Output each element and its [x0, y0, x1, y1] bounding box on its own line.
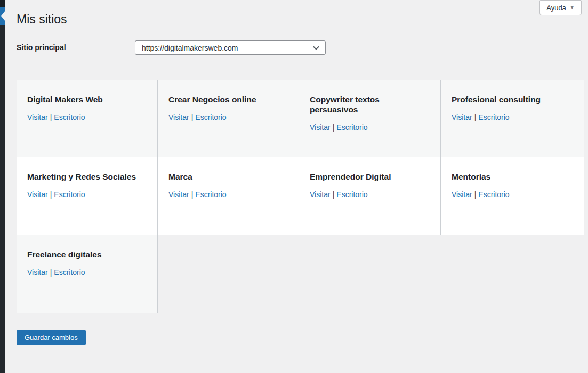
dashboard-link[interactable]: Escritorio	[195, 190, 226, 199]
site-card: Mentorías Visitar|Escritorio	[441, 157, 584, 235]
site-name: Marketing y Redes Sociales	[27, 172, 147, 182]
admin-bar-stub	[0, 0, 5, 7]
visit-link[interactable]: Visitar	[310, 190, 331, 199]
site-name: Digital Makers Web	[27, 94, 147, 104]
site-card: Marketing y Redes Sociales Visitar|Escri…	[17, 157, 158, 235]
empty-cell	[441, 235, 584, 313]
link-separator: |	[191, 190, 194, 199]
current-menu-item-highlight[interactable]	[0, 7, 5, 25]
link-separator: |	[50, 190, 52, 199]
dashboard-link[interactable]: Escritorio	[478, 113, 509, 121]
visit-link[interactable]: Visitar	[310, 123, 331, 132]
dashboard-link[interactable]: Escritorio	[54, 268, 85, 277]
visit-link[interactable]: Visitar	[27, 268, 48, 277]
site-name: Profesional consulting	[452, 94, 573, 104]
dashboard-link[interactable]: Escritorio	[195, 113, 226, 121]
visit-link[interactable]: Visitar	[168, 190, 189, 199]
visit-link[interactable]: Visitar	[452, 190, 472, 199]
help-button-label: Ayuda	[546, 4, 566, 12]
link-separator: |	[191, 113, 194, 121]
link-separator: |	[50, 268, 52, 277]
empty-cell	[299, 235, 441, 313]
site-card: Freelance digitales Visitar|Escritorio	[17, 235, 158, 313]
link-separator: |	[50, 113, 52, 121]
site-name: Mentorías	[452, 172, 573, 182]
site-name: Emprendedor Digital	[310, 172, 430, 182]
link-separator: |	[474, 190, 477, 199]
admin-menu-rail	[0, 0, 5, 373]
link-separator: |	[333, 123, 335, 132]
site-name: Copywriter textos persuasivos	[310, 94, 430, 115]
dashboard-link[interactable]: Escritorio	[336, 190, 367, 199]
visit-link[interactable]: Visitar	[27, 113, 48, 121]
chevron-down-icon: ▼	[570, 5, 575, 10]
dashboard-link[interactable]: Escritorio	[336, 123, 367, 132]
primary-site-select[interactable]: https://digitalmakersweb.com	[135, 40, 326, 55]
site-card: Crear Negocios online Visitar|Escritorio	[158, 80, 299, 157]
site-name: Marca	[168, 172, 288, 182]
link-separator: |	[474, 113, 477, 121]
page-title: Mis sitios	[17, 12, 67, 27]
help-button[interactable]: Ayuda ▼	[539, 0, 582, 15]
site-card: Profesional consulting Visitar|Escritori…	[441, 80, 584, 157]
dashboard-link[interactable]: Escritorio	[54, 190, 85, 199]
save-changes-button[interactable]: Guardar cambios	[17, 330, 86, 345]
my-sites-table: Digital Makers Web Visitar|Escritorio Cr…	[17, 80, 584, 313]
visit-link[interactable]: Visitar	[27, 190, 48, 199]
dashboard-link[interactable]: Escritorio	[478, 190, 509, 199]
visit-link[interactable]: Visitar	[452, 113, 472, 121]
primary-site-selected-value: https://digitalmakersweb.com	[142, 44, 312, 52]
visit-link[interactable]: Visitar	[168, 113, 189, 121]
primary-site-label: Sitio principal	[17, 43, 66, 52]
site-card: Digital Makers Web Visitar|Escritorio	[17, 80, 158, 157]
site-card: Copywriter textos persuasivos Visitar|Es…	[299, 80, 441, 157]
site-card: Marca Visitar|Escritorio	[158, 157, 299, 235]
site-name: Crear Negocios online	[168, 94, 288, 104]
dashboard-link[interactable]: Escritorio	[54, 113, 85, 121]
chevron-down-icon	[312, 44, 320, 52]
link-separator: |	[333, 190, 335, 199]
chevron-left-icon	[1, 11, 5, 21]
site-card: Emprendedor Digital Visitar|Escritorio	[299, 157, 441, 235]
empty-cell	[158, 235, 299, 313]
site-name: Freelance digitales	[27, 249, 147, 260]
